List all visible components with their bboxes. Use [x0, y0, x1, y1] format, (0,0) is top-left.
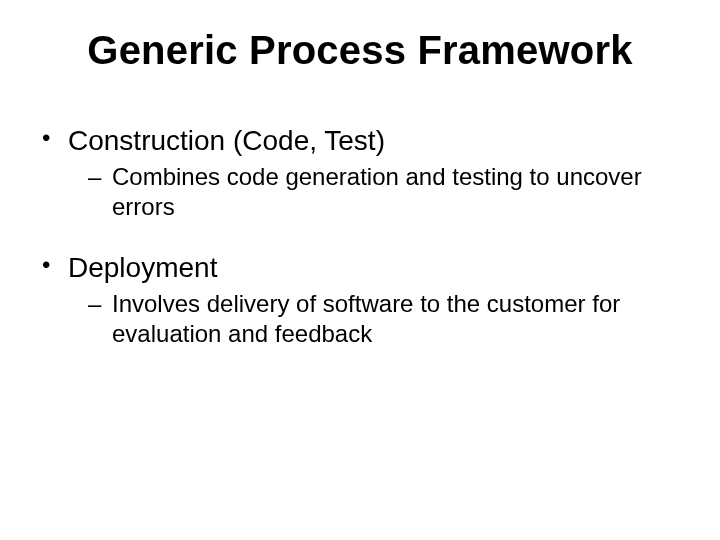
bullet-level2: Involves delivery of software to the cus…	[40, 289, 680, 349]
slide-title: Generic Process Framework	[40, 28, 680, 73]
bullet-text: Construction (Code, Test)	[68, 125, 385, 156]
bullet-text: Combines code generation and testing to …	[112, 163, 642, 220]
bullet-level1: Construction (Code, Test)	[40, 123, 680, 158]
bullet-text: Involves delivery of software to the cus…	[112, 290, 620, 347]
bullet-level2: Combines code generation and testing to …	[40, 162, 680, 222]
slide: Generic Process Framework Construction (…	[0, 0, 720, 540]
bullet-text: Deployment	[68, 252, 217, 283]
bullet-level1: Deployment	[40, 250, 680, 285]
